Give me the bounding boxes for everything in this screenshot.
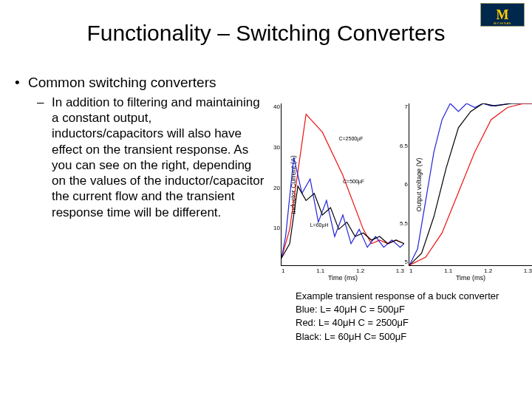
caption-line-3: Red: L= 40μH C = 2500μF <box>296 316 499 330</box>
chart0-xlabel: Time (ms) <box>282 274 404 282</box>
chart1-xlabel: Time (ms) <box>409 274 532 282</box>
chart0-plot <box>282 103 404 265</box>
bullet-level-1: • Common switching converters <box>15 74 266 92</box>
bullet-dash: – <box>37 95 52 220</box>
chart-area: Inductor Current (A) Time (ms) 40 30 20 … <box>281 103 532 266</box>
bullet-dot: • <box>15 74 28 92</box>
chart0-yticks: 40 30 20 10 <box>268 103 280 265</box>
chart-caption: Example transient response of a buck con… <box>296 290 499 344</box>
chart-annotation: L=60μH <box>310 222 329 228</box>
chart0-xticks: 1 1.1 1.2 1.3 <box>282 267 404 274</box>
bullet-level-2: – In addition to filtering and maintaini… <box>37 95 266 220</box>
logo-letter: M <box>497 8 509 21</box>
chart-output-voltage: Output voltage (V) Time (ms) 7 6.5 6 5.5… <box>409 103 532 266</box>
caption-line-4: Black: L= 60μH C= 500μF <box>296 330 499 344</box>
bullet-2-text: In addition to filtering and maintaining… <box>52 95 266 220</box>
slide-title: Functionality – Switching Converters <box>0 21 532 46</box>
chart1-plot <box>409 103 532 265</box>
chart1-yticks: 7 6.5 6 5.5 5 <box>396 103 408 265</box>
chart1-xticks: 1 1.1 1.2 1.3 <box>409 267 532 274</box>
body-text: • Common switching converters – In addit… <box>15 74 266 220</box>
caption-line-1: Example transient response of a buck con… <box>296 290 499 303</box>
bullet-1-text: Common switching converters <box>28 74 216 92</box>
caption-line-2: Blue: L= 40μH C = 500μF <box>296 303 499 316</box>
chart-annotation: C=2500μF <box>338 136 363 141</box>
chart-annotation: C=500μF <box>343 179 364 184</box>
chart-inductor-current: Inductor Current (A) Time (ms) 40 30 20 … <box>281 103 404 266</box>
